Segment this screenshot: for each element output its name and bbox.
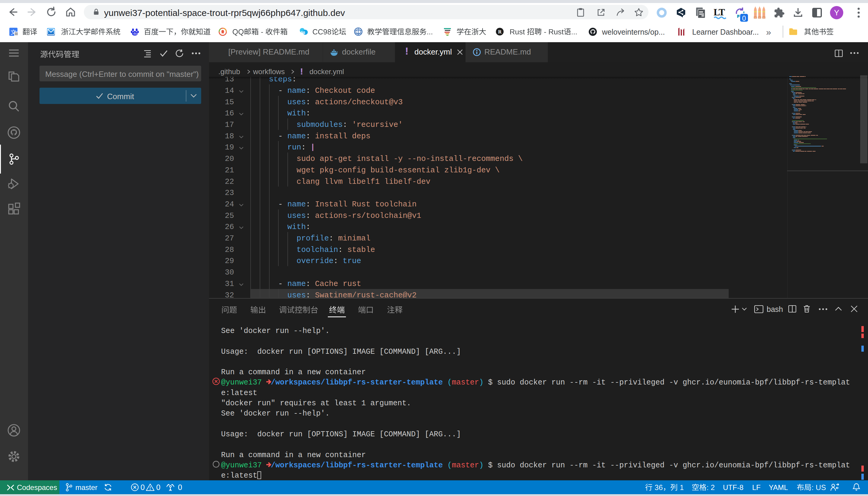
svg-text:R: R <box>498 29 502 34</box>
svg-text:du: du <box>133 32 137 35</box>
svg-text:98: 98 <box>301 30 305 35</box>
